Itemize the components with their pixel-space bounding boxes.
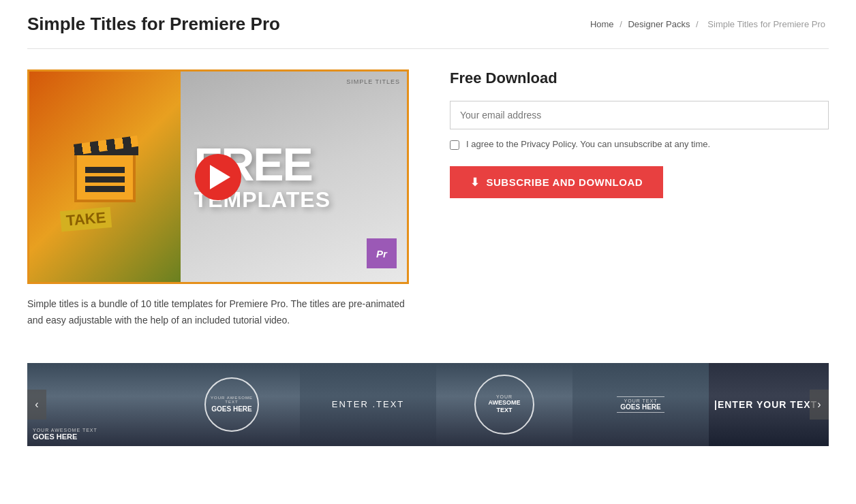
- privacy-checkbox[interactable]: [450, 140, 459, 150]
- privacy-row: I agree to the Privacy Policy. You can u…: [450, 139, 829, 150]
- subscribe-label: SUBSCRIBE AND DOWNLOAD: [487, 176, 643, 188]
- carousel-item-1[interactable]: YOUR AWESOME TEXT GOES HERE: [27, 363, 164, 446]
- play-button[interactable]: [29, 72, 407, 282]
- page-title: Simple Titles for Premiere Pro: [27, 14, 280, 35]
- breadcrumb: Home / Designer Packs / Simple Titles fo…: [590, 19, 829, 29]
- carousel-section: ‹ YOUR AWESOME TEXT GOES HERE YOUR AWES: [27, 356, 829, 453]
- breadcrumb-section[interactable]: Designer Packs: [628, 19, 690, 29]
- form-title: Free Download: [450, 69, 829, 87]
- download-icon: ⬇: [470, 176, 480, 189]
- carousel-item-3[interactable]: ENTER .TEXT: [300, 363, 436, 446]
- email-field[interactable]: [450, 101, 829, 129]
- breadcrumb-sep2: /: [696, 19, 701, 29]
- product-description: Simple titles is a bundle of 10 title te…: [27, 296, 409, 329]
- breadcrumb-home[interactable]: Home: [590, 19, 614, 29]
- carousel-item-2[interactable]: YOUR AWESOME TEXT GOES HERE: [164, 363, 300, 446]
- carousel-prev-button[interactable]: ‹: [27, 390, 46, 420]
- left-column: TAKE SIMPLE TITLES FREE TEMPLATES Pr: [27, 69, 409, 329]
- carousel-item-4[interactable]: YOUR AWESOMETEXT: [436, 363, 572, 446]
- header-divider: [27, 48, 829, 49]
- main-content: TAKE SIMPLE TITLES FREE TEMPLATES Pr: [27, 63, 829, 349]
- carousel-next-button[interactable]: ›: [810, 390, 829, 420]
- right-column: Free Download I agree to the Privacy Pol…: [450, 69, 829, 329]
- carousel-track: YOUR AWESOME TEXT GOES HERE YOUR AWESOME…: [27, 363, 829, 446]
- video-thumbnail[interactable]: TAKE SIMPLE TITLES FREE TEMPLATES Pr: [27, 69, 409, 284]
- subscribe-button[interactable]: ⬇ SUBSCRIBE AND DOWNLOAD: [450, 166, 663, 198]
- breadcrumb-current: Simple Titles for Premiere Pro: [707, 19, 825, 29]
- privacy-label: I agree to the Privacy Policy. You can u…: [466, 139, 710, 149]
- page-header: Simple Titles for Premiere Pro Home / De…: [27, 0, 829, 42]
- breadcrumb-sep1: /: [620, 19, 624, 29]
- carousel-item-5[interactable]: YOUR TEXT GOES HERE: [572, 363, 709, 446]
- carousel-wrapper: ‹ YOUR AWESOME TEXT GOES HERE YOUR AWES: [27, 363, 829, 446]
